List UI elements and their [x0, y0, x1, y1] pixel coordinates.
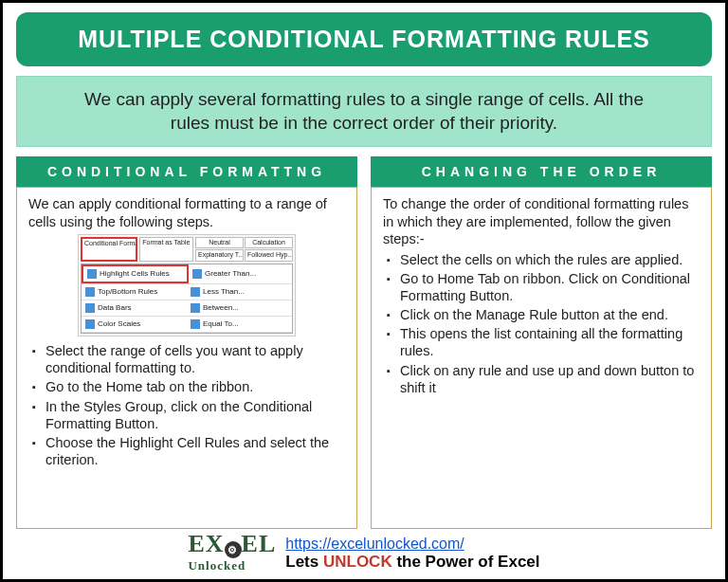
tagline: Lets UNLOCK the Power of Excel [285, 553, 539, 572]
right-bullets: Select the cells on which the rules are … [383, 251, 700, 396]
ribbon-conditional-formatting: Conditional Formatting [81, 237, 137, 263]
site-link[interactable]: https://excelunlocked.com/ [285, 536, 464, 552]
style-calculation: Calculation [245, 237, 293, 249]
footer-text: https://excelunlocked.com/ Lets UNLOCK t… [285, 536, 539, 572]
list-item: This opens the list containing all the f… [383, 325, 700, 359]
title-bar: MULTIPLE CONDITIONAL FORMATTING RULES [16, 12, 712, 66]
intro-text: We can apply several formatting rules to… [16, 76, 712, 147]
infographic-card: MULTIPLE CONDITIONAL FORMATTING RULES We… [0, 0, 728, 582]
ribbon-format-as-table: Format as Table [139, 237, 194, 263]
style-neutral: Neutral [195, 237, 244, 249]
style-explanatory: Explanatory T... [195, 249, 244, 262]
style-followed: Followed Hyp... [245, 249, 293, 262]
main-title: MULTIPLE CONDITIONAL FORMATTING RULES [26, 26, 702, 53]
list-item: Click on the Manage Rule button at the e… [383, 306, 700, 323]
ribbon-dropdown-menu: Highlight Cells RulesGreater Than... Top… [81, 264, 293, 334]
menu-highlight-cells: Highlight Cells Rules [82, 264, 189, 283]
logo-big-text: EX⚙EL [188, 533, 276, 558]
right-body: To change the order of conditional forma… [371, 187, 712, 529]
list-item: Select the cells on which the rules are … [383, 251, 700, 268]
left-heading: CONDITIONAL FORMATTNG [16, 156, 357, 187]
excel-ribbon-screenshot: Conditional Formatting Format as Table N… [78, 234, 296, 337]
menu-top-bottom: Top/Bottom Rules [82, 284, 187, 300]
left-lead: We can apply conditional formatting to a… [28, 195, 345, 229]
columns: CONDITIONAL FORMATTNG We can apply condi… [16, 156, 712, 529]
menu-between: Between... [187, 300, 292, 316]
left-bullets: Select the range of cells you want to ap… [28, 342, 345, 468]
menu-data-bars: Data Bars [82, 300, 187, 316]
menu-equal-to: Equal To... [187, 317, 292, 332]
logo-small-text: Unlocked [188, 558, 276, 573]
list-item: Go to the Home tab on the ribbon. [28, 378, 345, 395]
left-column: CONDITIONAL FORMATTNG We can apply condi… [16, 156, 357, 529]
list-item: Click on any rule and use up and down bu… [383, 362, 700, 396]
list-item: In the Styles Group, click on the Condit… [28, 398, 345, 432]
right-lead: To change the order of conditional forma… [383, 195, 700, 246]
menu-less-than: Less Than... [187, 284, 292, 300]
gear-icon: ⚙ [225, 541, 242, 558]
right-column: CHANGING THE ORDER To change the order o… [371, 156, 712, 529]
right-heading: CHANGING THE ORDER [371, 156, 712, 187]
list-item: Go to Home Tab on ribbon. Click on Condi… [383, 270, 700, 304]
menu-greater-than: Greater Than... [189, 264, 292, 283]
left-body: We can apply conditional formatting to a… [16, 187, 357, 529]
logo: EX⚙EL Unlocked [188, 533, 276, 573]
footer: EX⚙EL Unlocked https://excelunlocked.com… [16, 529, 712, 573]
menu-color-scales: Color Scales [82, 317, 187, 332]
list-item: Choose the Highlight Cell Rules and sele… [28, 434, 345, 468]
list-item: Select the range of cells you want to ap… [28, 342, 345, 376]
